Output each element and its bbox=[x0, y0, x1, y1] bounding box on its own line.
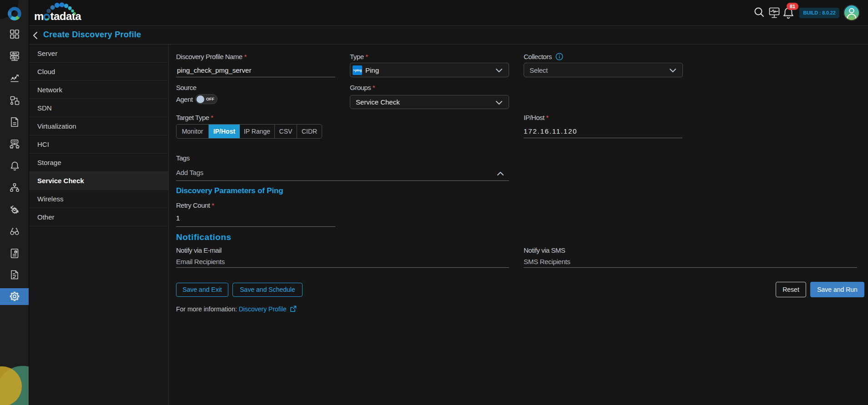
svg-text:tadata: tadata bbox=[50, 10, 82, 22]
svg-text:m: m bbox=[34, 10, 44, 22]
